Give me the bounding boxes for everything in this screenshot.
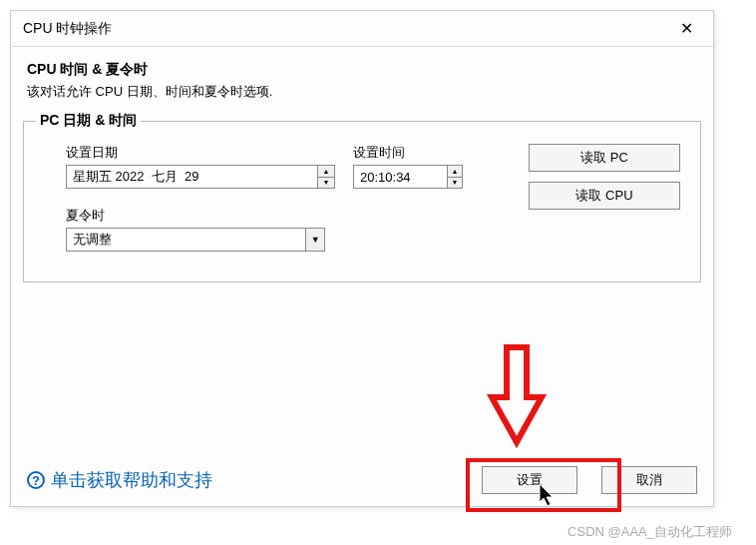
- date-field[interactable]: [67, 166, 317, 188]
- chevron-down-icon[interactable]: ▼: [305, 229, 324, 251]
- date-label: 设置日期: [66, 144, 335, 162]
- cpu-clock-dialog: CPU 时钟操作 ✕ CPU 时间 & 夏令时 该对话允许 CPU 日期、时间和…: [10, 10, 714, 507]
- fieldset-title: PC 日期 & 时间: [36, 112, 141, 130]
- section-header: CPU 时间 & 夏令时 该对话允许 CPU 日期、时间和夏令时选项.: [11, 47, 713, 105]
- help-icon: ?: [27, 471, 45, 489]
- watermark: CSDN @AAA_自动化工程师: [567, 523, 732, 541]
- section-description: 该对话允许 CPU 日期、时间和夏令时选项.: [27, 79, 697, 101]
- date-spin-down-icon[interactable]: ▼: [318, 178, 334, 189]
- time-label: 设置时间: [353, 144, 463, 162]
- date-input[interactable]: ▲ ▼: [66, 165, 335, 189]
- section-title: CPU 时间 & 夏令时: [27, 61, 697, 79]
- help-link[interactable]: ? 单击获取帮助和支持: [27, 468, 212, 492]
- time-field[interactable]: [354, 166, 447, 188]
- time-spinner: ▲ ▼: [447, 166, 462, 188]
- help-text: 单击获取帮助和支持: [51, 468, 212, 492]
- titlebar: CPU 时钟操作 ✕: [11, 11, 713, 47]
- read-pc-button[interactable]: 读取 PC: [529, 144, 680, 172]
- dst-field[interactable]: [67, 229, 305, 251]
- date-spinner: ▲ ▼: [317, 166, 334, 188]
- annotation-arrow: [482, 342, 552, 452]
- date-spin-up-icon[interactable]: ▲: [318, 166, 334, 178]
- time-spin-down-icon[interactable]: ▼: [448, 178, 462, 189]
- time-spin-up-icon[interactable]: ▲: [448, 166, 462, 178]
- dialog-title: CPU 时钟操作: [23, 20, 112, 38]
- pc-datetime-fieldset: PC 日期 & 时间 设置日期 ▲ ▼: [23, 121, 701, 282]
- cancel-button[interactable]: 取消: [601, 466, 697, 494]
- set-button[interactable]: 设置: [482, 466, 577, 494]
- dst-select[interactable]: ▼: [66, 228, 325, 252]
- dst-label: 夏令时: [66, 207, 325, 225]
- time-input[interactable]: ▲ ▼: [353, 165, 463, 189]
- read-cpu-button[interactable]: 读取 CPU: [529, 182, 680, 210]
- close-icon[interactable]: ✕: [672, 15, 701, 42]
